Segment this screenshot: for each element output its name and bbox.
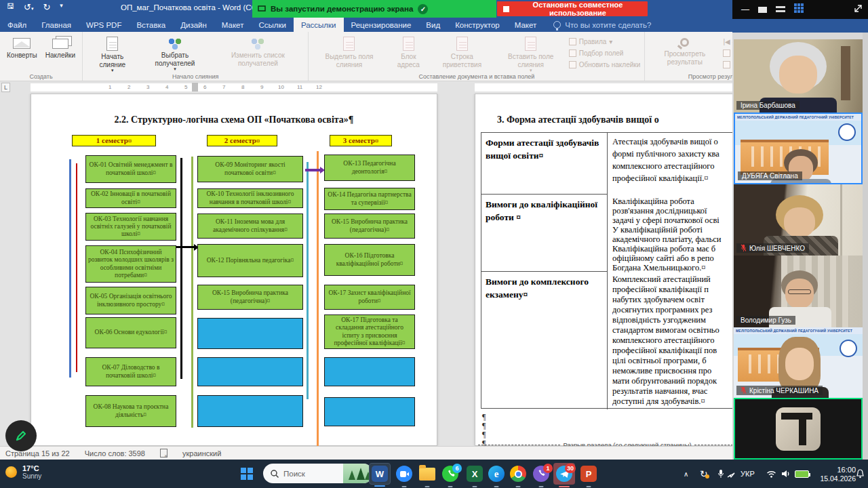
tray-clock[interactable]: 16:00 15.04.2026 xyxy=(816,460,856,488)
minimize-icon[interactable]: — xyxy=(741,5,749,14)
video-conference-panel: — Ірина Барбашова МЕЛІТОПОЛЬСЬКИЙ ДЕРЖАВ… xyxy=(732,0,868,460)
expand-icon[interactable] xyxy=(854,3,863,16)
update-labels-button[interactable]: Обновить наклейки xyxy=(569,60,641,70)
windows-logo-icon xyxy=(241,468,253,480)
video-tile-participant-5[interactable]: МЕЛІТОПОЛЬСЬКИЙ ДЕРЖАВНИЙ ПЕДАГОГІЧНИЙ У… xyxy=(734,327,863,398)
tab-wps-pdf[interactable]: WPS PDF xyxy=(79,18,129,32)
course-box-ok10: ОК-10 Технології інклюзивного навчання в… xyxy=(197,188,303,208)
tab-layout[interactable]: Макет xyxy=(214,18,252,32)
share-banner-text: Вы запустили демонстрацию экрана xyxy=(271,5,413,13)
preview-results-button[interactable]: Просмотреть результаты xyxy=(649,35,720,66)
course-box-ok16: ОК-16 Підготовка кваліфікаційної роботи¤ xyxy=(324,244,415,276)
taskbar-edge[interactable]: e xyxy=(486,463,507,485)
envelopes-button[interactable]: Конверты xyxy=(4,35,40,60)
proofing-icon[interactable] xyxy=(160,449,167,458)
course-box-ok01: ОК-01 Освітній менеджмент в початковій ш… xyxy=(85,155,176,183)
address-block-icon xyxy=(403,37,414,51)
weather-widget[interactable]: 17°C Sunny xyxy=(5,464,41,480)
windows-taskbar: 17°C Sunny Поиск W 6 X e 1 xyxy=(0,460,868,488)
address-block-button[interactable]: Блок адреса xyxy=(389,35,429,69)
rules-icon xyxy=(569,38,576,45)
video-tile-participant-1[interactable]: Ірина Барбашова xyxy=(734,39,863,113)
tray-battery-icon[interactable] xyxy=(795,460,809,488)
tab-insert[interactable]: Вставка xyxy=(129,18,173,32)
taskbar-word[interactable]: W xyxy=(369,463,391,485)
greeting-line-button[interactable]: Строка приветствия xyxy=(431,35,493,69)
avatar-face xyxy=(784,207,815,237)
edit-recipient-list-button[interactable]: Изменить список получателей xyxy=(212,35,304,68)
course-box-ok12: ОК-12 Порівняльна педагогіка¤ xyxy=(197,244,303,277)
find-recipient-icon xyxy=(723,49,730,57)
tab-table-design[interactable]: Конструктор xyxy=(448,18,507,32)
select-recipients-button[interactable]: Выбрать получателей▾ xyxy=(141,35,210,71)
tray-notification-bell[interactable] xyxy=(856,460,865,488)
empty-course-box xyxy=(324,357,415,386)
course-box-ok08: ОК-08 Наукова та проєктна діяльність¤ xyxy=(85,395,176,427)
save-icon[interactable]: 🖫 xyxy=(7,2,14,12)
insert-merge-field-button[interactable]: Вставить поле слияния▾ xyxy=(496,35,566,73)
match-fields-button[interactable]: Подбор полей xyxy=(569,48,641,58)
tab-stop-selector[interactable]: L xyxy=(1,83,10,92)
tab-table-layout[interactable]: Макет xyxy=(507,18,545,32)
match-fields-icon xyxy=(569,49,576,57)
tell-me-box[interactable]: Что вы хотите сделать? xyxy=(544,18,651,32)
taskbar-whatsapp[interactable]: 6 xyxy=(439,463,461,485)
taskbar-zoom[interactable] xyxy=(393,463,415,485)
taskbar-telegram[interactable]: 30 xyxy=(553,463,575,485)
taskbar-explorer[interactable] xyxy=(416,463,438,485)
taskbar-excel[interactable]: X xyxy=(464,463,486,485)
indent-marker[interactable] xyxy=(192,83,198,92)
university-logo xyxy=(838,123,856,141)
course-box-ok17-defense: ОК-17 Захист кваліфікаційної роботи¤ xyxy=(324,285,415,310)
horizontal-ruler[interactable]: 12 34 56 78 910 1112 xyxy=(0,81,732,94)
start-button[interactable] xyxy=(236,463,258,485)
qat-customize-icon[interactable]: ▾ xyxy=(60,2,63,12)
search-box[interactable]: Поиск xyxy=(263,464,373,483)
tray-location-icon[interactable] xyxy=(727,460,735,488)
video-tile-participant-4[interactable]: Володимир Гузь xyxy=(734,256,863,327)
empty-course-box xyxy=(197,318,303,349)
tab-review[interactable]: Рецензирование xyxy=(344,18,419,32)
mic-off-icon xyxy=(741,244,747,252)
window-frame xyxy=(840,184,842,256)
language-indicator[interactable]: украинский xyxy=(182,449,221,458)
course-box-ok02: ОК-02 Інновації в початковій освіті¤ xyxy=(85,188,176,208)
tray-sync-icon[interactable]: ↻ xyxy=(700,460,708,488)
highlight-fields-icon xyxy=(343,37,355,51)
tray-mic-icon[interactable] xyxy=(717,460,724,488)
video-tile-participant-2[interactable]: МЕЛІТОПОЛЬСЬКИЙ ДЕРЖАВНИЙ ПЕДАГОГІЧНИЙ У… xyxy=(734,113,863,184)
tab-design[interactable]: Дизайн xyxy=(173,18,214,32)
speaker-view-icon[interactable] xyxy=(776,3,785,16)
annotation-pen-button[interactable] xyxy=(5,420,37,451)
video-tile-self[interactable] xyxy=(734,398,863,460)
course-box-ok11: ОК-11 Іноземна мова для академічного спі… xyxy=(197,214,303,239)
panel-scrollbar[interactable] xyxy=(863,33,868,460)
tab-home[interactable]: Главная xyxy=(34,18,79,32)
tray-volume-icon[interactable] xyxy=(781,460,791,488)
tab-references[interactable]: Ссылки xyxy=(251,18,294,32)
video-tile-participant-3[interactable]: Юлія ШЕВЧЕНКО xyxy=(734,184,863,256)
stop-sharing-button[interactable]: Остановить совместное использование xyxy=(497,1,648,16)
taskbar-powerpoint[interactable]: P xyxy=(578,463,599,485)
tab-mailings[interactable]: Рассылки xyxy=(294,18,344,32)
tray-wifi-icon[interactable] xyxy=(766,460,776,488)
restore-icon[interactable] xyxy=(758,7,767,13)
gallery-view-icon[interactable] xyxy=(794,3,804,16)
tray-language[interactable]: УКР xyxy=(741,460,755,488)
undo-icon[interactable]: ↺▾ xyxy=(24,2,33,12)
greeting-line-icon xyxy=(456,37,468,51)
labels-button[interactable]: Наклейки xyxy=(43,35,78,60)
rules-button[interactable]: Правила ▾ xyxy=(569,37,641,47)
taskbar-chrome[interactable] xyxy=(507,463,529,485)
word-count[interactable]: Число слов: 3598 xyxy=(85,449,145,458)
tray-chevron[interactable]: ∧ xyxy=(684,460,688,488)
update-labels-icon xyxy=(569,61,576,68)
tab-file[interactable]: Файл xyxy=(0,18,34,32)
connector-green xyxy=(191,157,193,428)
insert-field-icon xyxy=(525,37,536,51)
tab-view[interactable]: Вид xyxy=(418,18,448,32)
taskbar-viber[interactable]: 1 xyxy=(530,463,552,485)
redo-icon[interactable]: ↻ xyxy=(43,2,50,12)
highlight-merge-fields-button[interactable]: Выделить поля слияния xyxy=(313,35,385,69)
start-merge-button[interactable]: Начать слияние▾ xyxy=(87,35,138,73)
